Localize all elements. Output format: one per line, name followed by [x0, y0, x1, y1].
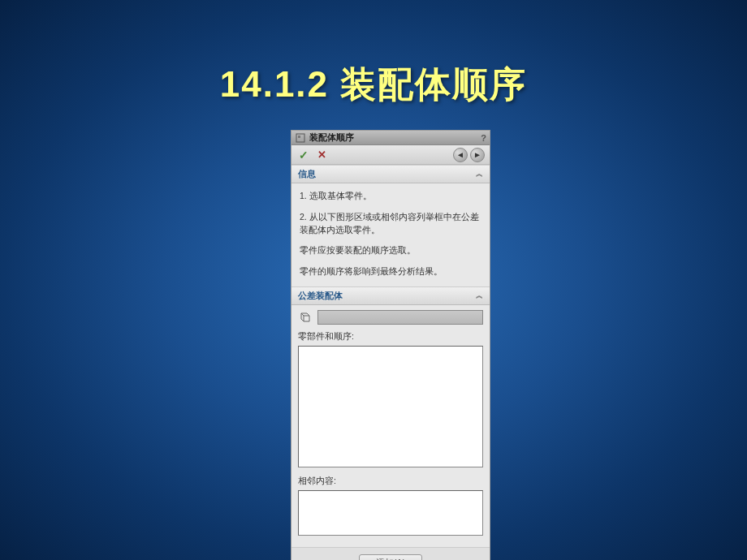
parts-order-label: 零部件和顺序: — [298, 331, 483, 342]
adjacent-label: 相邻内容: — [298, 476, 483, 487]
info-line-3: 零件应按要装配的顺序选取。 — [300, 244, 481, 257]
info-content: 1. 选取基体零件。 2. 从以下图形区域或相邻内容列举框中在公差装配体内选取零… — [291, 183, 490, 286]
add-button[interactable]: 添加(A) — [359, 554, 423, 560]
panel-bottom-bar: 添加(A) — [291, 547, 490, 560]
svg-rect-1 — [298, 136, 300, 138]
slide-title: 14.1.2 装配体顺序 — [0, 0, 747, 109]
parts-order-listbox[interactable] — [298, 346, 483, 467]
info-line-1: 1. 选取基体零件。 — [300, 190, 481, 203]
x-icon: ✕ — [317, 149, 326, 161]
tolerance-input[interactable] — [317, 310, 483, 325]
adjacent-listbox[interactable] — [298, 490, 483, 536]
collapse-icon: ︽ — [476, 169, 483, 179]
panel-title: 装配体顺序 — [309, 131, 481, 144]
tolerance-input-row — [298, 310, 483, 325]
panel-icon — [295, 132, 306, 144]
next-button[interactable]: ► — [470, 148, 485, 162]
cancel-button[interactable]: ✕ — [314, 148, 329, 162]
info-line-2: 2. 从以下图形区域或相邻内容列举框中在公差装配体内选取零件。 — [300, 211, 481, 237]
prev-button[interactable]: ◄ — [453, 148, 468, 162]
tolerance-header-text: 公差装配体 — [298, 290, 476, 302]
component-icon — [298, 310, 313, 325]
collapse-icon: ︽ — [476, 291, 483, 301]
arrow-left-icon: ◄ — [456, 150, 464, 159]
tolerance-section-header[interactable]: 公差装配体 ︽ — [291, 286, 490, 305]
arrow-right-icon: ► — [473, 150, 481, 159]
check-icon: ✓ — [299, 149, 309, 162]
panel-toolbar: ✓ ✕ ◄ ► — [291, 145, 490, 165]
help-icon[interactable]: ? — [481, 133, 486, 143]
info-header-text: 信息 — [298, 168, 476, 180]
property-panel: 装配体顺序 ? ✓ ✕ ◄ ► 信息 ︽ 1. 选取基体零件。 2. 从以下图形… — [291, 130, 490, 560]
tolerance-content: 零部件和顺序: 相邻内容: — [291, 305, 490, 547]
info-section-header[interactable]: 信息 ︽ — [291, 165, 490, 183]
info-line-4: 零件的顺序将影响到最终分析结果。 — [300, 265, 481, 278]
ok-button[interactable]: ✓ — [296, 148, 311, 162]
panel-titlebar: 装配体顺序 ? — [291, 131, 490, 145]
